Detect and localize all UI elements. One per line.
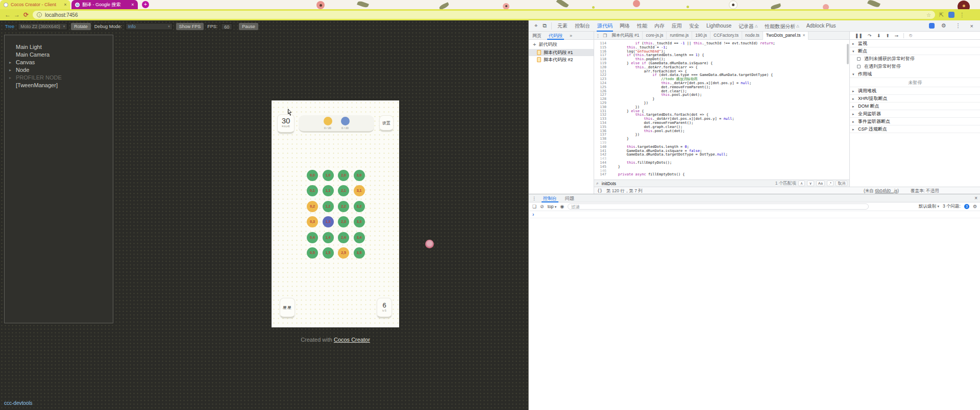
url-text[interactable]: localhost:7456 <box>45 12 78 18</box>
code-area[interactable]: 114 if (this._touchId == -1 || this._tou… <box>594 40 849 180</box>
editor-tab-脚本代码段 #1[interactable]: 脚本代码段 #1 <box>608 32 643 40</box>
issues-count-badge[interactable]: 3 <box>964 204 969 209</box>
ccc-devtools-fab[interactable] <box>425 240 434 248</box>
debugger-section-全局监听器[interactable]: ▸全局监听器 <box>850 110 980 118</box>
game-dot[interactable]: 0,1 <box>307 185 318 196</box>
editor-scrollbar[interactable] <box>847 44 849 64</box>
pause-button[interactable]: Pause <box>239 23 258 30</box>
debugger-section-事件监听器断点[interactable]: ▸事件监听器断点 <box>850 118 980 125</box>
game-dot[interactable]: 2,4 <box>338 232 349 243</box>
devtools-tab-记录器[interactable]: 记录器 △ <box>735 20 761 32</box>
section-arrow-icon[interactable]: ▸ <box>852 118 854 125</box>
devtools-tab-网络[interactable]: 网络 <box>616 20 633 32</box>
tab-close-icon[interactable]: × <box>131 2 134 7</box>
cocos-creator-link[interactable]: Cocos Creator <box>334 337 370 343</box>
browser-tab-google[interactable]: G 翻译 - Google 搜索 × <box>71 0 138 9</box>
game-dot[interactable]: 3,1 <box>354 185 365 196</box>
expand-arrow-icon[interactable]: ▸ <box>9 74 11 82</box>
browser-tab-active[interactable]: Cocos Creator - Client × <box>0 0 70 9</box>
step-into-icon[interactable]: ⬇ <box>877 33 881 38</box>
debugger-section-CSP 违规断点[interactable]: ▸CSP 违规断点 <box>850 125 980 133</box>
share-icon[interactable]: ⇱ <box>939 12 944 18</box>
tab-console[interactable]: 控制台 <box>540 194 560 202</box>
game-dot[interactable]: 2,2 <box>338 201 349 212</box>
game-dot[interactable]: 2,3 <box>338 216 349 227</box>
search-next-button[interactable]: ∨ <box>807 181 814 186</box>
game-dot[interactable]: 0,3 <box>307 216 318 227</box>
new-tab-button[interactable]: + <box>142 1 149 8</box>
notification-badge-icon[interactable] <box>929 23 935 29</box>
game-dot[interactable]: 1,1 <box>323 185 334 196</box>
live-expression-eye-icon[interactable]: ◉ <box>560 204 564 209</box>
match-case-button[interactable]: Aa <box>816 181 825 186</box>
game-canvas[interactable]: 30 剩余步数 0 / 20 0 / 20 设置 0,01,02,03,00,1… <box>272 100 399 327</box>
section-arrow-icon[interactable]: ▸ <box>852 95 854 102</box>
devtools-tab-控制台[interactable]: 控制台 <box>571 20 594 32</box>
editor-tab-runtime.js[interactable]: runtime.js <box>667 32 692 40</box>
section-arrow-icon[interactable]: ▸ <box>852 102 854 110</box>
back-icon[interactable]: ← <box>3 11 12 18</box>
tree-item-canvas[interactable]: ▸Canvas <box>5 59 113 66</box>
drawer-close-icon[interactable]: × <box>974 195 977 201</box>
debugger-section-作用域[interactable]: ▾作用域 <box>850 70 980 78</box>
section-arrow-icon[interactable]: ▸ <box>852 87 854 95</box>
devtools-tab-Lighthouse[interactable]: Lighthouse <box>703 20 735 32</box>
game-dot[interactable]: 3,4 <box>354 232 365 243</box>
search-prev-button[interactable]: ∧ <box>798 181 805 186</box>
overflow-chevrons-icon[interactable]: » <box>566 32 576 40</box>
snippet-item[interactable]: 脚本代码段 #1 <box>529 49 594 56</box>
tree-item--tweenmanager-[interactable]: [TweenManager] <box>5 82 113 89</box>
devtools-tab-安全[interactable]: 安全 <box>685 20 703 32</box>
section-arrow-icon[interactable]: ▸ <box>852 125 854 133</box>
search-cancel-button[interactable]: 取消 <box>836 181 847 186</box>
forward-icon[interactable]: → <box>12 11 21 18</box>
tab-close-icon[interactable]: × <box>64 2 67 7</box>
reload-icon[interactable]: ⟳ <box>21 11 31 18</box>
navigator-toggle-icon[interactable]: ❐ <box>602 33 609 38</box>
game-dot[interactable]: 2,0 <box>338 170 349 181</box>
console-sidebar-icon[interactable]: ❏ <box>532 204 536 209</box>
devtools-tab-应用[interactable]: 应用 <box>668 20 685 32</box>
game-dot[interactable]: 1,3 <box>323 216 334 227</box>
console-settings-gear-icon[interactable]: ⚙ <box>973 204 977 209</box>
regex-button[interactable]: .* <box>827 181 834 186</box>
editor-tab-TwoDots_panel.ts[interactable]: TwoDots_panel.ts× <box>763 32 809 40</box>
settings-button[interactable]: 设置 <box>379 115 394 132</box>
pretty-print-icon[interactable]: {} <box>597 188 602 193</box>
device-toolbar-icon[interactable]: ⧉ <box>543 22 547 29</box>
snippet-item[interactable]: 脚本代码段 #2 <box>529 56 594 63</box>
line-number[interactable]: 147 <box>594 173 609 177</box>
tree-item-main-camera[interactable]: Main Camera <box>5 51 113 59</box>
game-dot[interactable]: 0,4 <box>307 232 318 243</box>
tab-snippets[interactable]: 代码段 <box>545 32 566 40</box>
tab-issues[interactable]: 问题 <box>561 194 578 202</box>
devtools-menu-icon[interactable]: ⋮ <box>955 22 961 29</box>
section-arrow-icon[interactable]: ▸ <box>852 110 854 118</box>
game-dot[interactable]: 0,0 <box>307 170 318 181</box>
profile-avatar[interactable] <box>948 12 954 18</box>
checkbox-icon[interactable] <box>857 57 861 61</box>
debugger-section-断点[interactable]: ▾断点 <box>850 47 980 55</box>
browser-menu-icon[interactable]: ⋮ <box>959 12 965 18</box>
section-arrow-icon[interactable]: ▸ <box>852 40 854 47</box>
fps-input[interactable]: 60 <box>221 23 232 30</box>
editor-tab-CCFactory.ts[interactable]: CCFactory.ts <box>710 32 742 40</box>
clear-console-icon[interactable]: ⊘ <box>540 204 544 209</box>
device-select[interactable]: Moto Z2 (360X640) ▾ <box>18 23 67 30</box>
drawer-menu-icon[interactable]: ⋮ <box>532 196 538 201</box>
pause-script-icon[interactable]: ❚❚ <box>855 33 863 38</box>
tree-item-main-light[interactable]: Main Light <box>5 43 113 51</box>
editor-more-icon[interactable]: ⋮ <box>594 33 602 38</box>
console-prompt[interactable]: › <box>529 211 980 218</box>
log-level-selector[interactable]: 默认级别 ▾ <box>919 203 939 210</box>
tree-item-node[interactable]: ▸Node <box>5 66 113 74</box>
game-dot[interactable]: 0,5 <box>307 247 318 259</box>
expand-arrow-icon[interactable]: ▸ <box>9 59 11 66</box>
game-dot[interactable]: 1,2 <box>323 201 334 212</box>
game-dot[interactable]: 0,2 <box>307 201 318 212</box>
game-dot[interactable]: 2,1 <box>338 185 349 196</box>
devtools-tab-源代码[interactable]: 源代码 <box>594 20 616 32</box>
level-button[interactable]: 6 lv 5 <box>377 298 392 318</box>
breakpoint-option[interactable]: 遇到未捕获的异常时暂停 <box>850 55 980 63</box>
gear-icon[interactable]: ⚙ <box>941 22 946 29</box>
